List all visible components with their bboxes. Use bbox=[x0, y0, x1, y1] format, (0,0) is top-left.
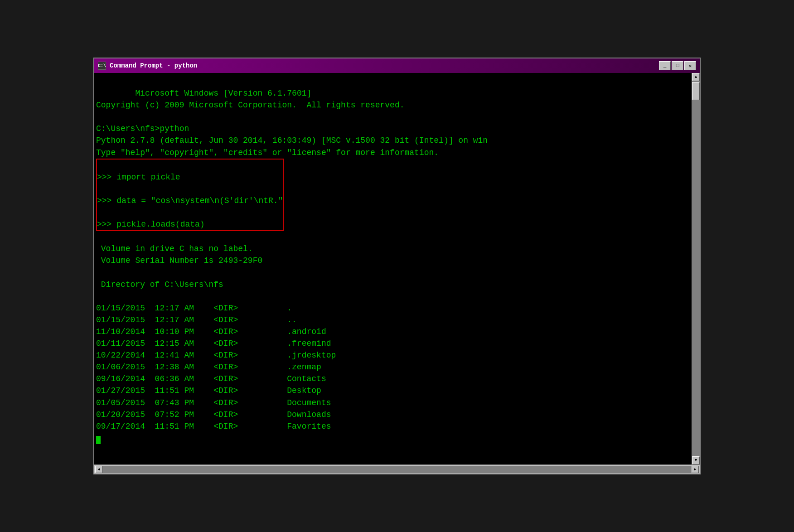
dir-entry-5: 01/06/2015 12:38 AM <DIR> .zenmap bbox=[96, 363, 321, 372]
scroll-thumb-v[interactable] bbox=[692, 82, 700, 100]
maximize-button[interactable]: □ bbox=[672, 61, 683, 70]
console-body: Microsoft Windows [Version 6.1.7601] Cop… bbox=[94, 73, 700, 464]
console-content[interactable]: Microsoft Windows [Version 6.1.7601] Cop… bbox=[94, 73, 692, 464]
scroll-track-v[interactable] bbox=[692, 81, 700, 456]
dir-entry-3: 01/11/2015 12:15 AM <DIR> .freemind bbox=[96, 339, 331, 348]
line-python-help: Type "help", "copyright", "credits" or "… bbox=[96, 148, 439, 157]
vertical-scrollbar[interactable]: ▲ ▼ bbox=[692, 73, 700, 464]
output-directory: Directory of C:\Users\nfs bbox=[96, 280, 223, 289]
scroll-down-button[interactable]: ▼ bbox=[692, 456, 700, 464]
command-prompt-window: C:\ Command Prompt - python _ □ ✕ Micros… bbox=[93, 58, 701, 474]
window-title: Command Prompt - python bbox=[110, 62, 197, 69]
code-line-2: >>> data = "cos\nsystem\n(S'dir'\ntR." bbox=[97, 195, 283, 207]
scroll-left-button[interactable]: ◄ bbox=[95, 466, 102, 473]
dir-entry-1: 01/15/2015 12:17 AM <DIR> .. bbox=[96, 315, 297, 324]
dir-entry-10: 09/17/2014 11:51 PM <DIR> Favorites bbox=[96, 422, 331, 431]
window-controls: _ □ ✕ bbox=[659, 61, 696, 70]
code-line-1: >>> import pickle bbox=[97, 171, 283, 183]
console-output: Microsoft Windows [Version 6.1.7601] Cop… bbox=[96, 76, 690, 456]
code-line-3: >>> pickle.loads(data) bbox=[97, 218, 283, 230]
close-button[interactable]: ✕ bbox=[684, 61, 696, 70]
dir-entry-8: 01/05/2015 07:43 PM <DIR> Documents bbox=[96, 398, 331, 407]
dir-entry-4: 10/22/2014 12:41 AM <DIR> .jrdesktop bbox=[96, 351, 336, 360]
line-python-version: Python 2.7.8 (default, Jun 30 2014, 16:0… bbox=[96, 136, 488, 145]
highlighted-code-block: >>> import pickle >>> data = "cos\nsyste… bbox=[96, 159, 284, 232]
title-bar: C:\ Command Prompt - python _ □ ✕ bbox=[94, 58, 700, 73]
dir-entry-7: 01/27/2015 11:51 PM <DIR> Desktop bbox=[96, 386, 321, 395]
window-icon: C:\ bbox=[98, 62, 106, 70]
output-serial: Volume Serial Number is 2493-29F0 bbox=[96, 256, 262, 265]
minimize-button[interactable]: _ bbox=[659, 61, 671, 70]
dir-entry-9: 01/20/2015 07:52 PM <DIR> Downloads bbox=[96, 410, 331, 419]
dir-entry-0: 01/15/2015 12:17 AM <DIR> . bbox=[96, 304, 292, 313]
line-copyright: Copyright (c) 2009 Microsoft Corporation… bbox=[96, 101, 405, 110]
output-volume: Volume in drive C has no label. bbox=[96, 244, 253, 253]
dir-entry-2: 11/10/2014 10:10 PM <DIR> .android bbox=[96, 327, 326, 336]
line-windows-version: Microsoft Windows [Version 6.1.7601] bbox=[135, 89, 311, 98]
cursor bbox=[96, 436, 101, 444]
title-bar-left: C:\ Command Prompt - python bbox=[98, 62, 197, 70]
dir-entry-6: 09/16/2014 06:36 AM <DIR> Contacts bbox=[96, 374, 326, 383]
scroll-right-button[interactable]: ► bbox=[692, 466, 699, 473]
bottom-bar: ◄ ► bbox=[94, 464, 700, 474]
line-prompt: C:\Users\nfs>python bbox=[96, 124, 189, 133]
scroll-up-button[interactable]: ▲ bbox=[692, 73, 700, 81]
scroll-track-h[interactable] bbox=[102, 466, 692, 473]
